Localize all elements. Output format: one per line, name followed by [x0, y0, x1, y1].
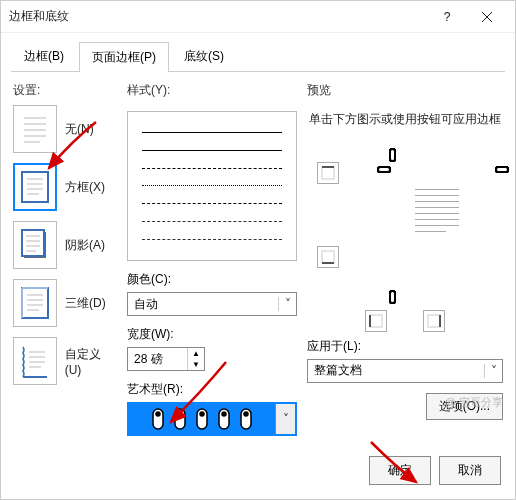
preview-hint: 单击下方图示或使用按钮可应用边框	[307, 111, 503, 128]
setting-shadow[interactable]: 阴影(A)	[13, 221, 117, 269]
width-label: 宽度(W):	[127, 326, 297, 343]
preview-panel: 预览 单击下方图示或使用按钮可应用边框 应用于(L):	[307, 82, 503, 436]
setting-none-label: 无(N)	[65, 121, 94, 138]
preview-page[interactable]	[371, 144, 501, 294]
setting-box[interactable]: 方框(X)	[13, 163, 117, 211]
svg-rect-42	[322, 251, 334, 263]
tab-shading[interactable]: 底纹(S)	[171, 41, 237, 71]
art-preview	[129, 404, 275, 434]
preview-label: 预览	[307, 82, 503, 99]
svg-point-36	[178, 412, 182, 416]
svg-rect-40	[322, 167, 334, 179]
help-button[interactable]: ?	[427, 1, 467, 33]
applied-combo[interactable]: 整篇文档 ˅	[307, 359, 503, 383]
svg-point-39	[244, 412, 248, 416]
width-value: 28 磅	[128, 351, 187, 368]
applied-label: 应用于(L):	[307, 338, 503, 355]
close-icon	[482, 12, 492, 22]
art-combo[interactable]: ˅	[127, 402, 297, 436]
dialog-footer: 确定 取消	[1, 446, 515, 499]
setting-3d[interactable]: 三维(D)	[13, 279, 117, 327]
window-title: 边框和底纹	[9, 8, 427, 25]
spin-down[interactable]: ▼	[188, 359, 204, 370]
chevron-down-icon: ˅	[278, 297, 296, 311]
border-top-toggle[interactable]	[317, 162, 339, 184]
width-spinner[interactable]: 28 磅 ▲▼	[127, 347, 205, 371]
style-listbox[interactable]	[127, 111, 297, 261]
border-bottom-toggle[interactable]	[317, 246, 339, 268]
setting-shadow-label: 阴影(A)	[65, 237, 105, 254]
svg-point-37	[200, 412, 204, 416]
svg-point-35	[156, 412, 160, 416]
tab-border[interactable]: 边框(B)	[11, 41, 77, 71]
svg-rect-44	[370, 315, 382, 327]
style-panel: 样式(Y): 颜色(C): 自动 ˅ 宽度(W): 28 磅 ▲▼ 艺术型(R	[127, 82, 297, 436]
titlebar: 边框和底纹 ?	[1, 1, 515, 33]
style-label: 样式(Y):	[127, 82, 297, 99]
spin-up[interactable]: ▲	[188, 348, 204, 359]
color-label: 颜色(C):	[127, 271, 297, 288]
border-left-toggle[interactable]	[365, 310, 387, 332]
chevron-down-icon: ˅	[484, 364, 502, 378]
preview-area	[307, 136, 503, 306]
close-button[interactable]	[467, 1, 507, 33]
chevron-down-icon: ˅	[275, 404, 295, 434]
svg-rect-46	[428, 315, 440, 327]
svg-rect-7	[22, 172, 48, 202]
color-value: 自动	[128, 296, 278, 313]
setting-custom[interactable]: 自定义(U)	[13, 337, 117, 385]
color-combo[interactable]: 自动 ˅	[127, 292, 297, 316]
svg-point-38	[222, 412, 226, 416]
border-right-toggle[interactable]	[423, 310, 445, 332]
watermark: @ 宅哥分享	[445, 395, 503, 410]
setting-box-label: 方框(X)	[65, 179, 105, 196]
setting-none[interactable]: 无(N)	[13, 105, 117, 153]
dialog-window: 边框和底纹 ? 边框(B) 页面边框(P) 底纹(S) 设置: 无(N) 方框(…	[0, 0, 516, 500]
svg-rect-18	[22, 288, 48, 318]
settings-label: 设置:	[13, 82, 117, 99]
cancel-button[interactable]: 取消	[439, 456, 501, 485]
setting-custom-label: 自定义(U)	[65, 346, 117, 377]
tab-page-border[interactable]: 页面边框(P)	[79, 42, 169, 72]
tab-strip: 边框(B) 页面边框(P) 底纹(S)	[1, 33, 515, 71]
applied-value: 整篇文档	[308, 362, 484, 379]
setting-3d-label: 三维(D)	[65, 295, 106, 312]
svg-rect-13	[22, 230, 44, 256]
ok-button[interactable]: 确定	[369, 456, 431, 485]
art-label: 艺术型(R):	[127, 381, 297, 398]
settings-panel: 设置: 无(N) 方框(X) 阴影(A) 三维(D)	[13, 82, 117, 436]
